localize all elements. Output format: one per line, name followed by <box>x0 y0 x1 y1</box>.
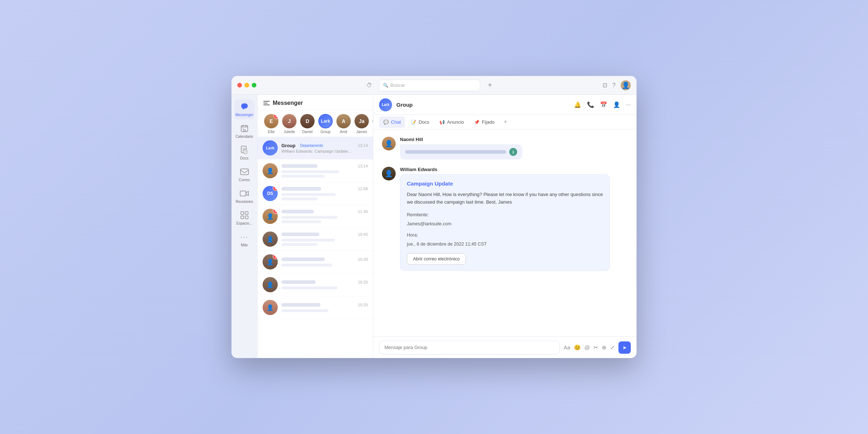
james-avatar: Ja <box>354 114 369 128</box>
chat7-name-placeholder <box>281 280 316 284</box>
contact-amit[interactable]: A Amit <box>336 114 352 134</box>
notification-icon[interactable]: 🔔 <box>574 101 581 108</box>
maximize-button[interactable] <box>252 83 256 88</box>
chat-item-2[interactable]: 👤 13:14 <box>258 159 373 182</box>
ds-preview-placeholder2 <box>281 197 318 200</box>
chat-item-8[interactable]: 👤 10:20 <box>258 296 373 319</box>
font-icon[interactable]: Aa <box>563 344 570 350</box>
svg-rect-10 <box>241 216 244 219</box>
history-button[interactable]: ⏱ <box>364 80 375 91</box>
chat-item-6[interactable]: 👤 1 10:30 <box>258 251 373 273</box>
chat2-name-placeholder <box>281 164 318 168</box>
tab-docs[interactable]: 📝 Docs <box>407 116 434 128</box>
calendar-header-icon[interactable]: 📅 <box>600 101 607 108</box>
chat6-badge: 1 <box>273 254 278 259</box>
contact-juliette[interactable]: J Juliette <box>281 114 297 134</box>
naomi-avatar: 👤 <box>382 137 396 150</box>
chat-list: Lark Group Departamento 13:14 William Ed… <box>258 137 373 358</box>
info-icon: i <box>509 148 517 156</box>
email-card: Campaign Update Dear Naomi Hill, How is … <box>400 174 610 271</box>
message-row-naomi: 👤 Naomi Hill i <box>382 137 628 159</box>
tab-chat[interactable]: 💬 Chat <box>379 116 405 128</box>
chat2-avatar: 👤 <box>263 163 278 178</box>
chat8-avatar: 👤 <box>263 300 278 315</box>
docs-tab-label: Docs <box>418 119 429 125</box>
ds-badge: 2 <box>273 186 278 191</box>
add-member-icon[interactable]: 👤 <box>613 101 620 108</box>
more-options-icon[interactable]: ··· <box>626 102 631 108</box>
minimize-button[interactable] <box>244 83 249 88</box>
tab-anuncio[interactable]: 📢 Anuncio <box>435 116 468 128</box>
chat-header-actions: 🔔 📞 📅 👤 ··· <box>574 101 631 108</box>
neha-avatar: N <box>373 114 373 128</box>
amit-avatar: A <box>336 114 351 128</box>
chat4-badge: 3 <box>273 209 278 214</box>
sidebar-item-reuniones[interactable]: Reuniones <box>234 186 255 206</box>
chat6-time: 10:30 <box>358 257 368 261</box>
ellie-name: Ellie <box>268 130 275 134</box>
search-placeholder: Buscar <box>391 82 405 88</box>
contact-neha[interactable]: N Neha <box>372 114 373 134</box>
chat8-time: 10:20 <box>358 303 368 307</box>
add-button[interactable]: + <box>485 80 495 91</box>
sidebar-item-espacio[interactable]: Espacio... <box>234 208 255 228</box>
chat6-name-placeholder <box>281 258 325 261</box>
chat8-info: 10:20 <box>281 303 368 312</box>
expand-icon[interactable]: ⤢ <box>610 344 615 351</box>
chat-item-5[interactable]: 👤 10:45 <box>258 228 373 251</box>
search-bar[interactable]: 🔍 Buscar <box>379 80 480 91</box>
mention-icon[interactable]: @ <box>584 344 590 350</box>
chat2-preview-placeholder <box>281 170 339 173</box>
sidebar-item-messenger[interactable]: Messenger <box>234 99 255 119</box>
call-icon[interactable]: 📞 <box>587 101 594 108</box>
add-attachment-icon[interactable]: ⊕ <box>602 344 607 351</box>
svg-rect-6 <box>241 169 248 175</box>
chat-header-name: Group <box>396 102 570 108</box>
william-sender: William Edwards <box>400 167 628 172</box>
contact-group[interactable]: Lark Group <box>318 114 333 134</box>
chat-item-group[interactable]: Lark Group Departamento 13:14 William Ed… <box>258 137 373 159</box>
email-meta: Remitente: James@larksuite.com Hora: jue… <box>407 210 603 249</box>
sidebar-item-mas[interactable]: ··· Más <box>234 229 255 250</box>
chat4-preview-placeholder2 <box>281 220 321 223</box>
message-input[interactable] <box>379 341 560 354</box>
chat-item-ds[interactable]: DS 2 12:08 <box>258 182 373 205</box>
svg-rect-9 <box>245 212 248 214</box>
scissors-icon[interactable]: ✂ <box>593 344 598 351</box>
chat-header-avatar: Lark <box>379 98 392 111</box>
title-bar: ⏱ 🔍 Buscar + ⊡ ? 👤 <box>231 76 637 95</box>
chat-item-4[interactable]: 👤 3 11:30 <box>258 205 373 228</box>
sidebar-item-calendario[interactable]: 26 Calendario <box>234 121 255 141</box>
messenger-label: Messenger <box>235 113 253 117</box>
espacio-label: Espacio... <box>237 221 252 225</box>
juliette-avatar: J <box>282 114 297 128</box>
add-tab-button[interactable]: + <box>501 117 511 127</box>
screen-share-icon[interactable]: ⊡ <box>603 82 607 89</box>
close-button[interactable] <box>237 83 242 88</box>
send-button[interactable]: ➤ <box>618 341 631 354</box>
emoji-icon[interactable]: 😊 <box>574 344 581 351</box>
chat4-preview-placeholder <box>281 216 337 219</box>
open-email-button[interactable]: Abrir correo electrónico <box>407 253 466 265</box>
contact-james[interactable]: Ja James <box>354 114 370 134</box>
chat-item-7[interactable]: 👤 10:20 <box>258 273 373 296</box>
ds-preview-placeholder <box>281 193 336 196</box>
contact-daniel[interactable]: D Daniel <box>299 114 315 134</box>
docs-tab-icon: 📝 <box>411 120 416 125</box>
chat5-avatar: 👤 <box>263 231 278 247</box>
espacio-icon <box>239 210 250 220</box>
email-body: Dear Naomi Hill, How is everything? Plea… <box>407 191 603 206</box>
user-avatar[interactable]: 👤 <box>621 80 631 90</box>
william-content: William Edwards Campaign Update Dear Nao… <box>400 167 628 271</box>
mas-label: Más <box>241 243 248 247</box>
tab-fijado[interactable]: 📌 Fijado <box>470 116 499 128</box>
anuncio-tab-label: Anuncio <box>447 119 464 125</box>
sidebar-item-correo[interactable]: Correo <box>234 164 255 184</box>
contact-ellie[interactable]: E 3 Ellie <box>263 114 279 134</box>
svg-rect-8 <box>241 212 244 214</box>
chat2-info: 13:14 <box>281 164 368 178</box>
ds-chat-info: 12:08 <box>281 187 368 200</box>
docs-label: Docs <box>240 156 248 160</box>
sidebar-item-docs[interactable]: Docs <box>234 142 255 163</box>
help-icon[interactable]: ? <box>612 82 616 89</box>
